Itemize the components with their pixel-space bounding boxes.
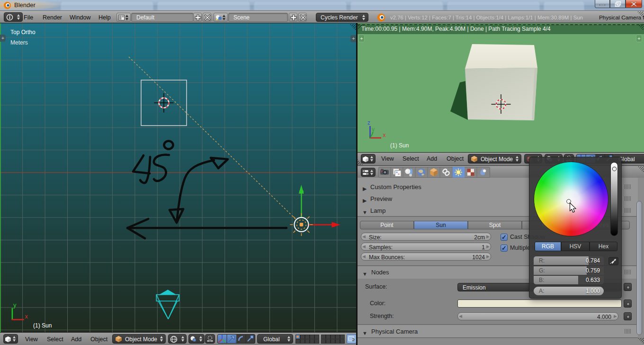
svg-text:x: x bbox=[383, 132, 386, 138]
svg-text:y: y bbox=[372, 126, 375, 133]
svg-text:x: x bbox=[25, 313, 28, 320]
svg-text:z: z bbox=[367, 119, 370, 126]
svg-text:y: y bbox=[13, 301, 17, 309]
